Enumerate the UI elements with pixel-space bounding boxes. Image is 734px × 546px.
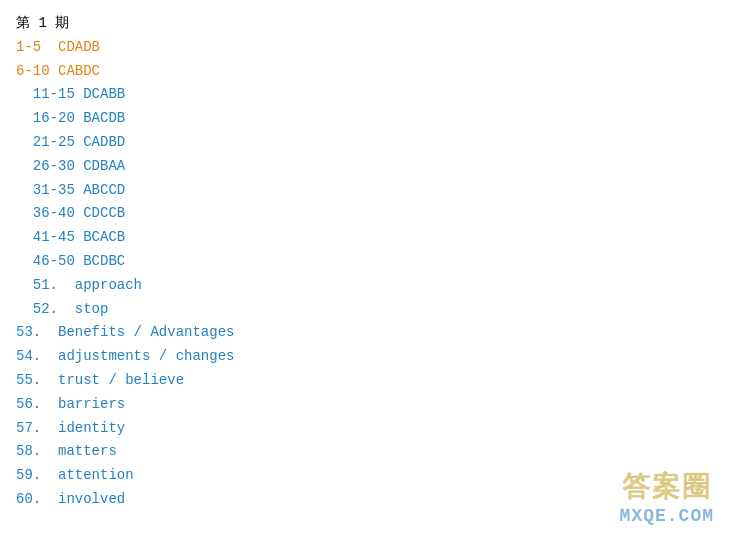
line-18: 58. matters <box>16 440 718 464</box>
line-12: 52. stop <box>16 298 718 322</box>
line-8: 36-40 CDCCB <box>16 202 718 226</box>
line-10: 46-50 BCDBC <box>16 250 718 274</box>
line-3: 11-15 DCABB <box>16 83 718 107</box>
line-5: 21-25 CADBD <box>16 131 718 155</box>
line-4: 16-20 BACDB <box>16 107 718 131</box>
line-2: 6-10 CABDC <box>16 60 718 84</box>
line-13: 53. Benefits / Advantages <box>16 321 718 345</box>
line-19: 59. attention <box>16 464 718 488</box>
line-0: 第 1 期 <box>16 12 718 36</box>
main-content: 第 1 期1-5 CDADB6-10 CABDC 11-15 DCABB 16-… <box>0 0 734 524</box>
line-15: 55. trust / believe <box>16 369 718 393</box>
line-14: 54. adjustments / changes <box>16 345 718 369</box>
line-11: 51. approach <box>16 274 718 298</box>
line-7: 31-35 ABCCD <box>16 179 718 203</box>
line-9: 41-45 BCACB <box>16 226 718 250</box>
watermark-chinese: 答案圈 <box>620 468 714 506</box>
line-1: 1-5 CDADB <box>16 36 718 60</box>
line-16: 56. barriers <box>16 393 718 417</box>
line-17: 57. identity <box>16 417 718 441</box>
line-6: 26-30 CDBAA <box>16 155 718 179</box>
watermark-url: MXQE.COM <box>620 506 714 526</box>
line-20: 60. involved <box>16 488 718 512</box>
watermark: 答案圈 MXQE.COM <box>620 468 714 526</box>
